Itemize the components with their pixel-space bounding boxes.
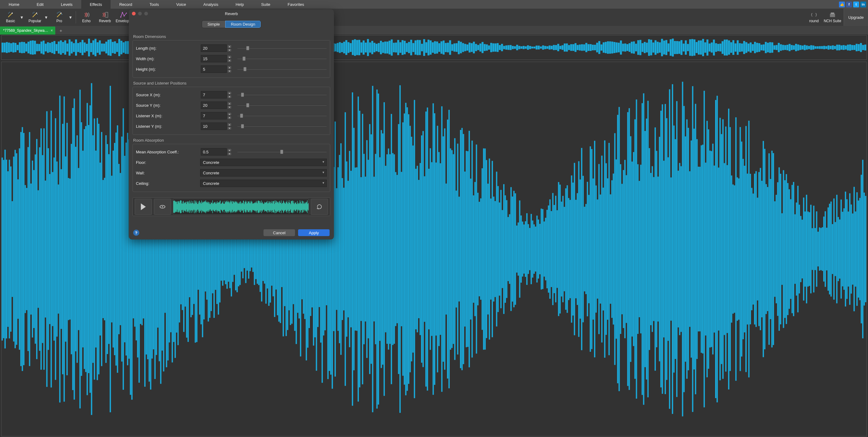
- menu-edit[interactable]: Edit: [28, 0, 52, 9]
- twitter-icon[interactable]: t: [853, 2, 859, 7]
- mean-input[interactable]: [201, 148, 227, 156]
- menu-levels[interactable]: Levels: [52, 0, 81, 9]
- svg-rect-368: [750, 42, 751, 53]
- close-icon[interactable]: ×: [51, 28, 53, 33]
- step-down-icon[interactable]: ▼: [227, 152, 232, 156]
- svg-rect-917: [715, 100, 716, 398]
- apply-button[interactable]: Apply: [298, 229, 330, 236]
- preset-pro-button[interactable]: Pro ▼: [50, 9, 74, 26]
- width-slider[interactable]: [237, 56, 327, 61]
- step-up-icon[interactable]: ▲: [227, 102, 232, 105]
- listenerx-slider[interactable]: [237, 113, 327, 118]
- sourcex-slider[interactable]: [237, 92, 327, 97]
- svg-rect-1099: [212, 200, 213, 213]
- length-input[interactable]: [201, 44, 227, 52]
- step-down-icon[interactable]: ▼: [227, 116, 232, 120]
- menu-suite[interactable]: Suite: [252, 0, 279, 9]
- menu-record[interactable]: Record: [111, 0, 141, 9]
- svg-rect-693: [392, 153, 394, 345]
- height-stepper[interactable]: ▲▼: [227, 66, 232, 73]
- chevron-down-icon[interactable]: ▼: [69, 15, 72, 20]
- listenery-stepper[interactable]: ▲▼: [227, 123, 232, 130]
- dialog-titlebar[interactable]: Reverb: [129, 9, 334, 18]
- svg-rect-234: [460, 42, 462, 53]
- preview-play-button[interactable]: [135, 199, 152, 215]
- height-input[interactable]: [201, 65, 227, 73]
- echo-button[interactable]: Echo: [77, 9, 96, 26]
- svg-rect-271: [540, 46, 542, 49]
- step-up-icon[interactable]: ▲: [227, 91, 232, 95]
- svg-point-2: [8, 13, 9, 13]
- reverb-button[interactable]: Reverb: [96, 9, 114, 26]
- help-icon[interactable]: ?: [133, 230, 139, 236]
- preview-waveform[interactable]: [173, 199, 309, 215]
- menu-analysis[interactable]: Analysis: [195, 0, 227, 9]
- width-input[interactable]: [201, 55, 227, 62]
- menu-voice[interactable]: Voice: [167, 0, 195, 9]
- listenery-slider[interactable]: [237, 124, 327, 129]
- step-down-icon[interactable]: ▼: [227, 95, 232, 98]
- svg-rect-1233: [282, 203, 283, 210]
- step-up-icon[interactable]: ▲: [227, 45, 232, 48]
- sourcex-input[interactable]: [201, 91, 227, 98]
- svg-rect-65: [95, 39, 96, 56]
- listenerx-input[interactable]: [201, 112, 227, 120]
- step-down-icon[interactable]: ▼: [227, 69, 232, 73]
- svg-rect-508: [125, 143, 127, 356]
- step-up-icon[interactable]: ▲: [227, 66, 232, 69]
- step-down-icon[interactable]: ▼: [227, 48, 232, 52]
- linkedin-icon[interactable]: in: [860, 2, 866, 7]
- tab-room-design[interactable]: Room Design: [225, 21, 261, 28]
- listenerx-stepper[interactable]: ▲▼: [227, 112, 232, 120]
- preview-refresh-button[interactable]: [311, 199, 328, 215]
- step-up-icon[interactable]: ▲: [227, 148, 232, 152]
- menu-favorites[interactable]: Favorites: [279, 0, 313, 9]
- floor-select[interactable]: Concrete: [200, 159, 327, 166]
- height-slider[interactable]: [237, 67, 327, 72]
- listenery-input[interactable]: [201, 123, 227, 130]
- svg-rect-357: [726, 39, 728, 56]
- step-down-icon[interactable]: ▼: [227, 106, 232, 109]
- svg-rect-929: [733, 184, 734, 314]
- menu-tools[interactable]: Tools: [141, 0, 167, 9]
- wall-select[interactable]: Concrete: [200, 169, 327, 176]
- chevron-down-icon[interactable]: ▼: [20, 15, 24, 20]
- sourcey-slider[interactable]: [237, 103, 327, 108]
- preset-basic-button[interactable]: Basic ▼: [1, 9, 26, 26]
- add-tab-button[interactable]: ＋: [57, 27, 65, 35]
- chevron-down-icon[interactable]: ▼: [44, 15, 48, 20]
- step-down-icon[interactable]: ▼: [227, 59, 232, 62]
- nch-suite-button[interactable]: NCH Suite: [822, 9, 843, 26]
- width-stepper[interactable]: ▲▼: [227, 55, 232, 62]
- length-stepper[interactable]: ▲▼: [227, 45, 232, 52]
- svg-rect-982: [809, 212, 810, 286]
- mean-slider[interactable]: [237, 149, 327, 154]
- length-slider[interactable]: [237, 46, 327, 51]
- preview-loop-button[interactable]: [154, 199, 171, 215]
- sourcex-stepper[interactable]: ▲▼: [227, 91, 232, 98]
- tab-simple[interactable]: Simple: [202, 21, 225, 28]
- svg-rect-841: [606, 163, 607, 335]
- facebook-icon[interactable]: f: [846, 2, 852, 7]
- file-tab[interactable]: *77569_Spandex_Skywa… ×: [0, 27, 55, 35]
- sourcey-stepper[interactable]: ▲▼: [227, 102, 232, 109]
- menu-help[interactable]: Help: [227, 0, 253, 9]
- menu-home[interactable]: Home: [0, 0, 28, 9]
- svg-rect-926: [728, 109, 729, 390]
- cancel-button[interactable]: Cancel: [264, 229, 295, 236]
- mean-stepper[interactable]: ▲▼: [227, 148, 232, 156]
- upgrade-button[interactable]: Upgrade: [844, 9, 868, 26]
- step-down-icon[interactable]: ▼: [227, 127, 232, 130]
- like-icon[interactable]: 👍: [839, 2, 845, 7]
- sourcey-input[interactable]: [201, 102, 227, 109]
- menu-effects[interactable]: Effects: [81, 0, 111, 9]
- svg-rect-283: [566, 43, 568, 52]
- step-up-icon[interactable]: ▲: [227, 55, 232, 59]
- svg-rect-347: [704, 42, 706, 53]
- step-up-icon[interactable]: ▲: [227, 112, 232, 116]
- svg-point-3: [9, 12, 10, 13]
- preset-popular-button[interactable]: Popular ▼: [26, 9, 50, 26]
- step-up-icon[interactable]: ▲: [227, 123, 232, 126]
- ceiling-select[interactable]: Concrete: [200, 180, 327, 187]
- surround-button[interactable]: round: [806, 9, 822, 26]
